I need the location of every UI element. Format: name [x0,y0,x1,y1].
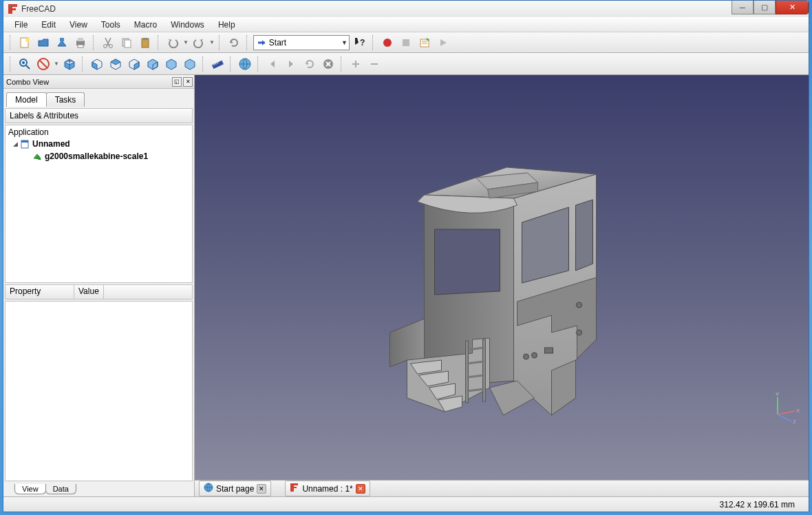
separator [230,56,233,72]
top-view-button[interactable] [107,56,124,72]
menu-edit[interactable]: Edit [34,19,63,31]
record-macro-button[interactable] [379,34,396,51]
property-tabs: View Data [3,481,194,496]
nav-back-button[interactable] [264,56,281,72]
paste-button[interactable] [137,34,153,51]
nav-forward-button[interactable] [283,56,299,72]
menu-macro[interactable]: Macro [127,19,164,31]
svg-rect-9 [78,45,83,48]
property-body[interactable] [5,301,193,481]
document-tabs: Start page ✕ Unnamed : 1* ✕ [195,480,809,496]
copy-button[interactable] [118,34,135,51]
new-button[interactable] [17,34,33,51]
menu-windows[interactable]: Windows [164,19,211,31]
tab-view[interactable]: View [14,484,46,494]
undo-button[interactable] [164,34,181,51]
zoom-out-button[interactable] [366,56,383,72]
svg-rect-39 [290,483,294,492]
redo-dropdown[interactable]: ▼ [209,39,215,45]
separator [257,56,260,72]
zoom-in-button[interactable] [348,56,364,72]
panel-close-button[interactable]: ✕ [183,77,193,87]
svg-point-31 [532,353,537,358]
grip[interactable] [10,35,12,50]
tab-close-button[interactable]: ✕ [356,484,365,494]
grip[interactable] [10,56,12,72]
web-button[interactable] [237,56,253,72]
whats-this-button[interactable]: ? [352,34,368,51]
menubar: File Edit View Tools Macro Windows Help [3,17,809,32]
property-column-header[interactable]: Property [6,285,74,299]
separator [246,35,249,50]
svg-rect-27 [21,140,28,143]
svg-rect-6 [60,38,64,41]
tree-root[interactable]: Application [7,127,191,138]
menu-tools[interactable]: Tools [94,19,127,31]
right-view-button[interactable] [126,56,142,72]
tab-data[interactable]: Data [45,484,76,494]
draw-style-dropdown[interactable]: ▼ [54,61,59,67]
svg-text:Z: Z [793,419,796,425]
freecad-icon [8,3,19,14]
stop-macro-button[interactable] [398,34,414,51]
tab-close-button[interactable]: ✕ [257,484,266,494]
menu-file[interactable]: File [8,19,34,31]
separator [341,56,343,72]
save-button[interactable] [54,34,70,51]
redo-button[interactable] [191,34,207,51]
left-view-button[interactable] [182,56,198,72]
titlebar: FreeCAD ─ ▢ ✕ [3,1,809,17]
tab-model[interactable]: Model [6,92,47,107]
measure-button[interactable] [209,56,226,72]
menu-view[interactable]: View [63,19,94,31]
undo-dropdown[interactable]: ▼ [183,39,189,45]
svg-rect-41 [294,487,297,488]
collapse-icon[interactable]: ◢ [11,140,19,147]
axis-indicator: Y X Z [767,390,802,425]
svg-text:?: ? [360,38,365,48]
svg-point-5 [25,38,30,42]
combo-view-header: Combo View ◱ ✕ [3,75,194,89]
tree-view[interactable]: Application ◢ Unnamed g2000smallekabine-… [5,125,193,283]
separator [202,56,205,72]
axonometric-button[interactable] [61,56,78,72]
doc-tab-unnamed[interactable]: Unnamed : 1* ✕ [285,481,370,496]
fit-all-button[interactable] [17,56,33,72]
nav-stop-button[interactable] [320,56,336,72]
3d-viewport[interactable]: Y X Z [195,75,809,480]
svg-rect-40 [294,483,298,485]
bottom-view-button[interactable] [163,56,180,72]
maximize-button[interactable]: ▢ [754,1,776,14]
rear-view-button[interactable] [145,56,161,72]
status-dimensions: 312.42 x 199.61 mm [720,500,795,509]
doc-tab-label: Unnamed : 1* [302,484,352,494]
workbench-selector[interactable]: Start ▼ [253,35,350,50]
undock-button[interactable]: ◱ [172,77,182,87]
tree-document[interactable]: ◢ Unnamed [7,138,191,150]
execute-macro-button[interactable] [435,34,451,51]
macros-button[interactable] [416,34,433,51]
refresh-button[interactable] [226,34,242,51]
nav-refresh-button[interactable] [301,56,318,72]
labels-attributes-header[interactable]: Labels & Attributes [5,108,193,123]
svg-rect-1 [12,4,17,7]
front-view-button[interactable] [89,56,105,72]
doc-tab-start[interactable]: Start page ✕ [199,481,271,496]
svg-point-10 [104,44,107,48]
svg-point-21 [22,61,25,64]
value-column-header[interactable]: Value [74,285,104,299]
draw-style-button[interactable] [35,56,52,72]
close-button[interactable]: ✕ [776,1,809,14]
svg-rect-2 [12,8,16,10]
svg-text:X: X [796,408,800,414]
object-label: g2000smallekabine-scale1 [45,151,148,161]
open-button[interactable] [35,34,52,51]
menu-help[interactable]: Help [211,19,242,31]
print-button[interactable] [72,34,89,51]
cut-button[interactable] [100,34,116,51]
svg-point-17 [383,39,392,47]
tree-object[interactable]: g2000smallekabine-scale1 [7,150,191,162]
tab-slant [9,483,14,494]
tab-tasks[interactable]: Tasks [46,92,85,107]
minimize-button[interactable]: ─ [731,1,754,14]
